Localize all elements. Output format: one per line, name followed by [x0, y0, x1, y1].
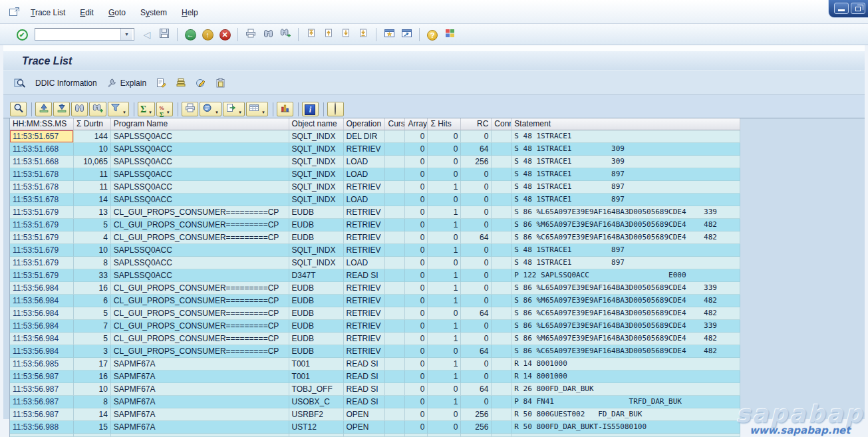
menu-item-goto[interactable]: Goto — [108, 8, 126, 17]
cell-conn[interactable] — [492, 244, 511, 257]
cell-operation[interactable]: RETRIEV — [344, 333, 386, 345]
cell-durtn[interactable]: 10 — [74, 383, 111, 396]
graphics-button[interactable] — [277, 102, 293, 116]
cell-statement[interactable]: S 48 1STRACE1 897 — [511, 181, 740, 194]
cell-hits[interactable]: 1 — [428, 358, 461, 370]
cell-rc[interactable]: 64 — [461, 307, 492, 320]
cell-durtn[interactable]: 33 — [74, 269, 111, 282]
cell-object[interactable]: EUDB — [289, 231, 344, 244]
cell-conn[interactable] — [492, 396, 511, 408]
cell-statement[interactable]: P 84 FN41 TRFD_DAR_BUK — [511, 396, 740, 408]
cell-time[interactable]: 11:53:56.988 — [10, 434, 74, 437]
cell-hits[interactable]: 0 — [428, 257, 461, 269]
column-header-hits[interactable]: Σ Hits — [428, 118, 461, 130]
column-header-program[interactable]: Program Name — [111, 118, 289, 130]
cell-statement[interactable]: R 50 800GUEST002 FD_DAR_BUK — [511, 408, 740, 421]
cell-object[interactable]: USOBX_C — [289, 396, 344, 408]
cell-curs[interactable] — [385, 282, 405, 295]
cell-hits[interactable]: 0 — [428, 345, 461, 358]
cell-rc[interactable]: 0 — [461, 168, 492, 181]
cell-durtn[interactable]: 14 — [74, 408, 111, 421]
cell-array[interactable]: 0 — [405, 434, 428, 437]
cell-rc[interactable]: 0 — [461, 358, 492, 370]
cell-durtn[interactable]: 16 — [74, 282, 111, 295]
cell-program[interactable]: CL_GUI_PROPS_CONSUMER=========CP — [111, 282, 289, 295]
cell-durtn[interactable]: 5 — [74, 307, 111, 320]
cell-rc[interactable]: 0 — [461, 295, 492, 307]
cell-operation[interactable]: RETRIEV — [344, 143, 386, 156]
cell-object[interactable]: EUDB — [289, 307, 344, 320]
cell-program[interactable]: SAPMF67A — [111, 383, 289, 396]
cell-statement[interactable]: P 122 SAPLSSQ0ACC E000 — [511, 269, 740, 282]
cell-program[interactable]: SAPLSSQ0ACC — [111, 269, 289, 282]
cell-conn[interactable] — [492, 282, 511, 295]
cell-time[interactable]: 11:53:51.668 — [10, 156, 74, 168]
cell-operation[interactable]: OPEN — [344, 408, 386, 421]
column-header-statement[interactable]: Statement — [511, 118, 740, 130]
cell-conn[interactable] — [492, 358, 511, 370]
help-button[interactable]: ? — [425, 27, 440, 42]
cell-rc[interactable]: 0 — [461, 206, 492, 219]
cell-hits[interactable]: 0 — [428, 434, 461, 437]
find-button[interactable] — [71, 102, 88, 116]
cell-array[interactable]: 0 — [405, 156, 428, 168]
cell-statement[interactable]: S 48 1STRACE1 — [511, 130, 740, 143]
cell-hits[interactable]: 0 — [428, 421, 461, 434]
cell-curs[interactable] — [385, 434, 405, 437]
cell-program[interactable]: SAPMF67A — [111, 421, 289, 434]
sort-desc-button[interactable] — [53, 102, 70, 116]
cell-statement[interactable]: S 48 1STRACE1 897 — [511, 257, 740, 269]
customize-layout-button[interactable] — [442, 27, 457, 42]
create-shortcut-button[interactable] — [399, 27, 414, 42]
cell-hits[interactable]: 1 — [428, 181, 461, 194]
cell-time[interactable]: 11:53:56.985 — [10, 358, 74, 370]
cell-statement[interactable]: R 26 800FD_DAR_BUK — [511, 383, 740, 396]
cell-durtn[interactable]: 5 — [74, 219, 111, 231]
cell-array[interactable]: 0 — [405, 244, 428, 257]
layout-button[interactable]: ▼ — [246, 102, 268, 116]
views-button[interactable]: ▼ — [200, 102, 221, 116]
cell-time[interactable]: 11:53:51.668 — [10, 143, 74, 156]
column-header-conn[interactable]: Conn — [492, 118, 511, 130]
subtotal-button[interactable]: %Σ▼ — [156, 102, 173, 116]
cell-statement[interactable]: S 48 1STRACE1 897 — [511, 168, 740, 181]
minimize-button[interactable] — [834, 3, 849, 14]
cell-durtn[interactable]: 17 — [74, 358, 111, 370]
cell-program[interactable]: SAPLSSQ0ACC — [111, 257, 289, 269]
cell-conn[interactable] — [492, 269, 511, 282]
cell-time[interactable]: 11:53:56.984 — [10, 307, 74, 320]
cell-array[interactable]: 0 — [405, 383, 428, 396]
cell-time[interactable]: 11:53:56.987 — [10, 383, 74, 396]
dropdown-caret-icon[interactable]: ▼ — [122, 110, 126, 116]
explain-button[interactable]: Explain — [106, 78, 146, 88]
dropdown-caret-icon[interactable]: ▼ — [215, 110, 219, 116]
dropdown-caret-icon[interactable]: ▼ — [238, 110, 242, 116]
cell-time[interactable]: 11:53:56.987 — [10, 396, 74, 408]
export-button[interactable]: ▼ — [223, 102, 245, 116]
cell-time[interactable]: 11:53:51.679 — [10, 269, 74, 282]
cell-statement[interactable]: S 86 %C65A097E39E9AF164BA3D00505689CDE4 … — [511, 307, 740, 320]
cell-array[interactable]: 0 — [405, 333, 428, 345]
cell-operation[interactable]: READ SI — [344, 396, 386, 408]
cell-statement[interactable]: S 86 %M65A097E39E9AF164BA3D00505689CDE4 … — [511, 333, 740, 345]
cell-durtn[interactable]: 11 — [74, 168, 111, 181]
cell-operation[interactable]: READ SI — [344, 383, 386, 396]
edit-note-button[interactable] — [156, 78, 166, 88]
cell-operation[interactable]: DEL DIR — [344, 130, 386, 143]
cell-array[interactable]: 0 — [405, 295, 428, 307]
cell-object[interactable]: EUDB — [289, 333, 344, 345]
cell-array[interactable]: 0 — [405, 408, 428, 421]
cell-object[interactable]: EUDB — [289, 219, 344, 231]
cell-operation[interactable]: OPEN — [344, 434, 386, 437]
cell-array[interactable]: 0 — [405, 219, 428, 231]
cell-program[interactable]: CL_GUI_PROPS_CONSUMER=========CP — [111, 320, 289, 333]
cell-operation[interactable]: RETRIEV — [344, 282, 386, 295]
cell-array[interactable]: 0 — [405, 168, 428, 181]
cell-program[interactable]: CL_GUI_PROPS_CONSUMER=========CP — [111, 307, 289, 320]
cell-operation[interactable]: LOAD — [344, 257, 386, 269]
find-button[interactable] — [261, 27, 275, 42]
cell-statement[interactable]: S 86 %L65A097E39E9AF164BA3D00505689CDE4 … — [511, 206, 740, 219]
save-button[interactable] — [157, 27, 172, 42]
cell-object[interactable]: SQLT_INDX — [289, 168, 344, 181]
exit-button[interactable]: ↑ — [200, 27, 215, 42]
